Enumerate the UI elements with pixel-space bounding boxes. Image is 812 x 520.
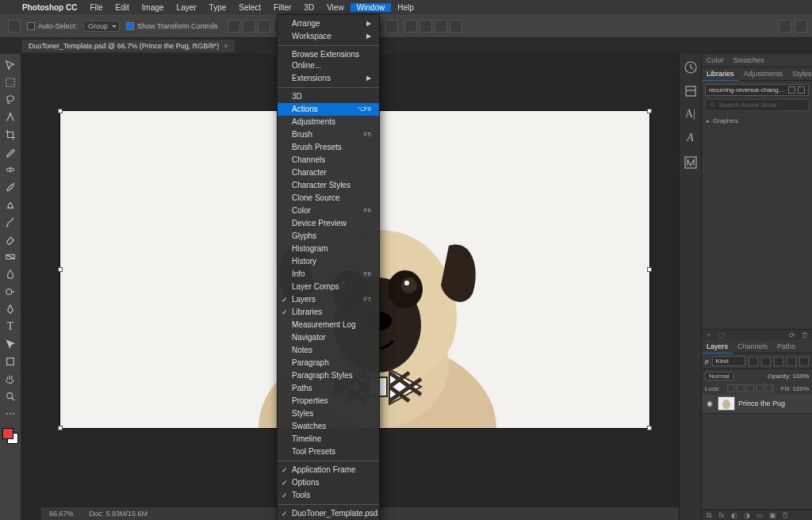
- 3d-icon[interactable]: [435, 20, 447, 32]
- close-tab-icon[interactable]: ×: [224, 42, 228, 50]
- menu-view[interactable]: View: [320, 3, 350, 12]
- type-tool[interactable]: T: [2, 319, 19, 335]
- filter-adjust-icon[interactable]: [761, 357, 771, 366]
- library-dropdown[interactable]: recurring-revenue-chang…: [705, 84, 809, 96]
- paragraph-panel-icon[interactable]: A: [684, 132, 698, 146]
- transform-handle[interactable]: [58, 267, 63, 272]
- menu-item-duotoner-template-psd[interactable]: ✓DuoToner_Template.psd: [278, 507, 379, 520]
- link-layers-icon[interactable]: ⧉: [705, 511, 713, 519]
- move-tool[interactable]: [2, 57, 19, 73]
- library-search[interactable]: Search Adobe Stock: [705, 99, 809, 111]
- menu-item-browse-extensions-online-[interactable]: Browse Extensions Online...: [278, 48, 379, 72]
- align-icon[interactable]: [258, 20, 270, 32]
- healing-tool[interactable]: [2, 162, 19, 178]
- glyphs-panel-icon[interactable]: [684, 155, 698, 170]
- menu-item-layer-comps[interactable]: Layer Comps: [278, 281, 379, 293]
- menu-item-measurement-log[interactable]: Measurement Log: [278, 319, 379, 331]
- tab-styles[interactable]: Styles: [787, 67, 812, 80]
- menu-item-tools[interactable]: ✓Tools: [278, 489, 379, 502]
- menu-item-history[interactable]: History: [278, 255, 379, 268]
- document-tab[interactable]: DuoToner_Template.psd @ 66.7% (Prince th…: [22, 40, 235, 52]
- menu-layer[interactable]: Layer: [170, 3, 203, 12]
- visibility-icon[interactable]: ◉: [705, 400, 714, 407]
- menu-select[interactable]: Select: [232, 3, 267, 12]
- eraser-tool[interactable]: [2, 231, 19, 247]
- tab-channels[interactable]: Channels: [733, 340, 772, 353]
- layer-fx-icon[interactable]: fx: [718, 511, 726, 519]
- app-name[interactable]: Photoshop CC: [16, 3, 83, 12]
- menu-item-adjustments[interactable]: Adjustments: [278, 116, 379, 128]
- menu-item-arrange[interactable]: Arrange▶: [278, 17, 379, 30]
- workspace-switcher-icon[interactable]: [795, 20, 807, 32]
- layer-name[interactable]: Prince the Pug: [738, 400, 785, 407]
- filter-type-icon[interactable]: [774, 357, 783, 366]
- fill-value[interactable]: 100%: [793, 385, 809, 392]
- align-icon[interactable]: [228, 20, 240, 32]
- group-icon[interactable]: ▭: [756, 511, 764, 519]
- new-layer-icon[interactable]: ▣: [768, 511, 776, 519]
- crop-tool[interactable]: [2, 127, 19, 143]
- marquee-tool[interactable]: [2, 75, 19, 90]
- menu-image[interactable]: Image: [136, 3, 170, 12]
- menu-3d[interactable]: 3D: [297, 3, 320, 12]
- menu-item-paths[interactable]: Paths: [278, 382, 379, 395]
- tab-paths[interactable]: Paths: [772, 340, 800, 353]
- menu-item-workspace[interactable]: Workspace▶: [278, 30, 379, 43]
- edit-toolbar-icon[interactable]: ⋯: [2, 406, 19, 422]
- 3d-icon[interactable]: [404, 20, 417, 32]
- tab-libraries[interactable]: Libraries: [702, 67, 739, 81]
- tab-swatches[interactable]: Swatches: [729, 54, 769, 67]
- menu-item-timeline[interactable]: Timeline: [278, 433, 379, 445]
- menu-item-device-preview[interactable]: Device Preview: [278, 217, 379, 230]
- menu-file[interactable]: File: [83, 3, 109, 12]
- menu-item-styles[interactable]: Styles: [278, 407, 379, 420]
- layer-row[interactable]: ◉ Prince the Pug: [702, 394, 812, 414]
- lock-position-icon[interactable]: [746, 384, 754, 392]
- menu-item-info[interactable]: InfoF8: [278, 268, 379, 281]
- sync-icon[interactable]: ⟳: [788, 331, 796, 339]
- menu-item-navigator[interactable]: Navigator: [278, 331, 379, 344]
- filter-dropdown[interactable]: Kind: [712, 356, 745, 366]
- library-section-graphics[interactable]: Graphics: [702, 114, 812, 128]
- add-graphic-icon[interactable]: ⬚: [718, 331, 726, 339]
- menu-item-swatches[interactable]: Swatches: [278, 420, 379, 433]
- menu-item-extensions[interactable]: Extensions▶: [278, 72, 379, 85]
- menu-item-character-styles[interactable]: Character Styles: [278, 179, 379, 192]
- delete-layer-icon[interactable]: [781, 511, 789, 519]
- menu-item-application-frame[interactable]: ✓Application Frame: [278, 464, 379, 476]
- clone-stamp-tool[interactable]: [2, 197, 19, 212]
- blur-tool[interactable]: [2, 266, 19, 282]
- zoom-readout[interactable]: 66.67%: [49, 510, 74, 518]
- menu-item-color[interactable]: ColorF6: [278, 205, 379, 217]
- menu-item-glyphs[interactable]: Glyphs: [278, 230, 379, 243]
- add-content-icon[interactable]: +: [705, 331, 713, 339]
- transform-handle[interactable]: [647, 109, 652, 113]
- history-brush-tool[interactable]: [2, 214, 19, 230]
- menu-item-notes[interactable]: Notes: [278, 344, 379, 357]
- menu-edit[interactable]: Edit: [109, 3, 136, 12]
- layer-mask-icon[interactable]: ◐: [730, 511, 738, 519]
- gradient-tool[interactable]: [2, 249, 19, 265]
- lock-pixels-icon[interactable]: [737, 384, 745, 392]
- menu-item-tool-presets[interactable]: Tool Presets: [278, 445, 379, 458]
- brush-tool[interactable]: [2, 179, 19, 195]
- menu-type[interactable]: Type: [203, 3, 233, 12]
- filter-shape-icon[interactable]: [787, 357, 796, 366]
- tab-layers[interactable]: Layers: [702, 340, 733, 354]
- character-panel-icon[interactable]: A|: [684, 108, 698, 122]
- menu-item-actions[interactable]: Actions⌥F9: [278, 103, 379, 116]
- blend-mode-dropdown[interactable]: Normal: [705, 372, 733, 380]
- quick-select-tool[interactable]: [2, 109, 19, 125]
- align-icon[interactable]: [243, 20, 255, 32]
- tab-adjustments[interactable]: Adjustments: [739, 67, 788, 80]
- 3d-icon[interactable]: [450, 20, 462, 32]
- lasso-tool[interactable]: [2, 92, 19, 108]
- lock-transparency-icon[interactable]: [727, 384, 735, 392]
- menu-help[interactable]: Help: [391, 3, 420, 12]
- shape-tool[interactable]: [2, 354, 19, 369]
- menu-item-layers[interactable]: ✓LayersF7: [278, 293, 379, 306]
- menu-item-brush[interactable]: BrushF5: [278, 128, 379, 141]
- dodge-tool[interactable]: [2, 284, 19, 300]
- menu-item-paragraph[interactable]: Paragraph: [278, 357, 379, 369]
- pen-tool[interactable]: [2, 301, 19, 317]
